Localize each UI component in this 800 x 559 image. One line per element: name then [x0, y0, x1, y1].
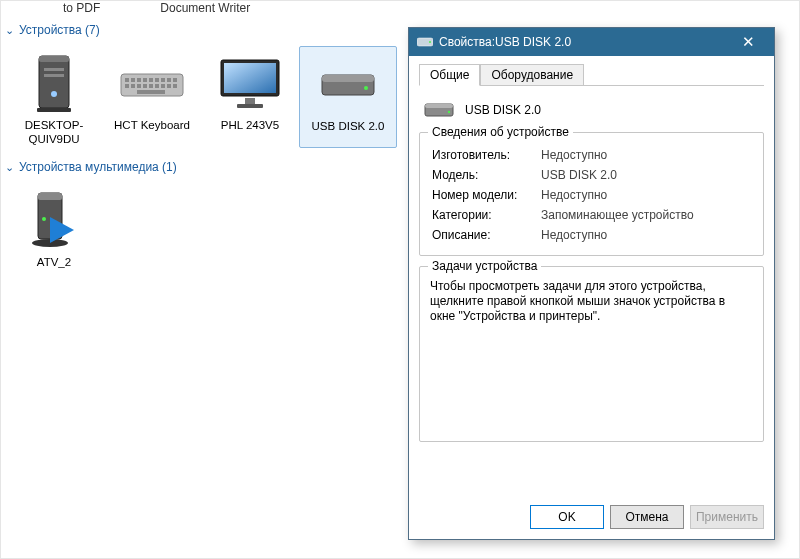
- cancel-button[interactable]: Отмена: [610, 505, 684, 529]
- svg-rect-9: [137, 78, 141, 82]
- svg-rect-8: [131, 78, 135, 82]
- properties-dialog: Свойства: USB DISK 2.0 ✕ Общие Оборудова…: [408, 27, 775, 540]
- svg-rect-15: [173, 78, 177, 82]
- ok-button[interactable]: OK: [530, 505, 604, 529]
- svg-rect-21: [155, 84, 159, 88]
- svg-rect-18: [137, 84, 141, 88]
- trunc-label-a: to PDF: [63, 1, 100, 19]
- device-info-table: Изготовитель: Недоступно Модель: USB DIS…: [430, 145, 753, 245]
- svg-rect-11: [149, 78, 153, 82]
- device-label: HCT Keyboard: [112, 116, 192, 132]
- section-title-media: Устройства мультимедиа (1): [19, 160, 177, 174]
- svg-rect-28: [224, 63, 276, 93]
- svg-point-40: [429, 41, 431, 43]
- chevron-down-icon: ⌄: [3, 161, 15, 174]
- table-row: Описание: Недоступно: [430, 225, 753, 245]
- info-category-key: Категории:: [430, 205, 539, 225]
- table-row: Изготовитель: Недоступно: [430, 145, 753, 165]
- device-tasks-text: Чтобы просмотреть задачи для этого устро…: [430, 279, 753, 324]
- tab-strip: Общие Оборудование: [419, 64, 764, 86]
- svg-rect-29: [245, 98, 255, 104]
- dialog-title-prefix: Свойства:: [439, 35, 495, 49]
- trunc-label-b: Document Writer: [160, 1, 250, 19]
- info-modelno-key: Номер модели:: [430, 185, 539, 205]
- drive-icon: [417, 34, 433, 50]
- svg-point-4: [51, 91, 57, 97]
- external-drive-icon: [313, 53, 383, 117]
- chevron-down-icon: ⌄: [3, 24, 15, 37]
- svg-point-43: [448, 111, 450, 113]
- svg-rect-20: [149, 84, 153, 88]
- svg-rect-35: [38, 193, 62, 200]
- table-row: Модель: USB DISK 2.0: [430, 165, 753, 185]
- dialog-title-device: USB DISK 2.0: [495, 35, 571, 49]
- info-desc-key: Описание:: [430, 225, 539, 245]
- info-model-val: USB DISK 2.0: [539, 165, 753, 185]
- device-headline-name: USB DISK 2.0: [465, 103, 541, 117]
- svg-rect-24: [173, 84, 177, 88]
- dialog-titlebar[interactable]: Свойства: USB DISK 2.0 ✕: [409, 28, 774, 56]
- table-row: Категории: Запоминающее устройство: [430, 205, 753, 225]
- apply-button: Применить: [690, 505, 764, 529]
- external-drive-icon: [423, 98, 455, 122]
- device-desktop[interactable]: DESKTOP-QUIV9DU: [5, 46, 103, 148]
- svg-rect-25: [137, 90, 165, 94]
- svg-rect-19: [143, 84, 147, 88]
- svg-rect-14: [167, 78, 171, 82]
- tab-hardware-label: Оборудование: [491, 68, 573, 82]
- svg-rect-22: [161, 84, 165, 88]
- group-device-info-title: Сведения об устройстве: [428, 125, 573, 139]
- info-manufacturer-key: Изготовитель:: [430, 145, 539, 165]
- svg-rect-16: [125, 84, 129, 88]
- tab-general-label: Общие: [430, 68, 469, 82]
- device-keyboard[interactable]: HCT Keyboard: [103, 46, 201, 148]
- truncated-previous-row: to PDF Document Writer: [1, 1, 799, 19]
- device-label: ATV_2: [35, 253, 73, 269]
- media-server-icon: [19, 189, 89, 253]
- tab-hardware[interactable]: Оборудование: [480, 64, 584, 85]
- svg-rect-30: [237, 104, 263, 108]
- info-modelno-val: Недоступно: [539, 185, 753, 205]
- tab-general[interactable]: Общие: [419, 64, 480, 86]
- svg-rect-7: [125, 78, 129, 82]
- group-device-tasks-title: Задачи устройства: [428, 259, 541, 273]
- svg-rect-3: [44, 74, 64, 77]
- svg-rect-5: [37, 108, 71, 112]
- apply-button-label: Применить: [696, 510, 758, 524]
- info-category-val: Запоминающее устройство: [539, 205, 753, 225]
- dialog-body: Общие Оборудование USB DISK 2.0 Сведения…: [409, 56, 774, 497]
- svg-rect-2: [44, 68, 64, 71]
- keyboard-icon: [117, 52, 187, 116]
- svg-rect-23: [167, 84, 171, 88]
- svg-rect-10: [143, 78, 147, 82]
- device-usb-disk[interactable]: USB DISK 2.0: [299, 46, 397, 148]
- close-icon[interactable]: ✕: [728, 28, 768, 56]
- device-media-atv[interactable]: ATV_2: [5, 183, 103, 271]
- svg-rect-13: [161, 78, 165, 82]
- group-device-info: Сведения об устройстве Изготовитель: Нед…: [419, 132, 764, 256]
- device-label: USB DISK 2.0: [310, 117, 387, 133]
- info-manufacturer-val: Недоступно: [539, 145, 753, 165]
- group-device-tasks: Задачи устройства Чтобы просмотреть зада…: [419, 266, 764, 442]
- info-model-key: Модель:: [430, 165, 539, 185]
- dialog-buttons: OK Отмена Применить: [409, 497, 774, 539]
- table-row: Номер модели: Недоступно: [430, 185, 753, 205]
- svg-rect-12: [155, 78, 159, 82]
- svg-rect-1: [39, 56, 69, 62]
- svg-rect-32: [322, 75, 374, 82]
- pc-tower-icon: [19, 52, 89, 116]
- svg-rect-0: [39, 56, 69, 108]
- device-label: PHL 243V5: [219, 116, 281, 132]
- section-title-devices: Устройства (7): [19, 23, 100, 37]
- svg-rect-17: [131, 84, 135, 88]
- ok-button-label: OK: [558, 510, 575, 524]
- monitor-icon: [215, 52, 285, 116]
- svg-rect-42: [425, 104, 453, 108]
- device-label: DESKTOP-QUIV9DU: [5, 116, 103, 146]
- svg-point-33: [364, 86, 368, 90]
- svg-point-36: [42, 217, 46, 221]
- cancel-button-label: Отмена: [625, 510, 668, 524]
- device-monitor[interactable]: PHL 243V5: [201, 46, 299, 148]
- info-desc-val: Недоступно: [539, 225, 753, 245]
